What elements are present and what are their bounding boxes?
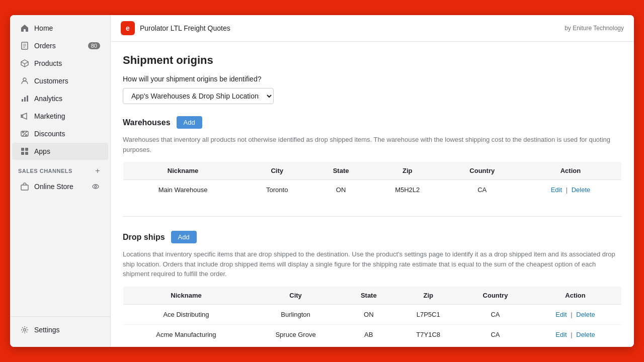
col-zip: Zip (370, 162, 445, 180)
sidebar-item-apps[interactable]: Apps (12, 143, 108, 160)
home-icon (20, 24, 29, 33)
dropship-zip: L7P5C1 (395, 304, 461, 324)
svg-point-13 (26, 135, 27, 136)
warehouses-table: Nickname City State Zip Country Action M… (123, 161, 622, 200)
table-row: Acme Manufacturing Spruce Grove AB T7Y1C… (123, 324, 622, 344)
dropship-state: AB (342, 324, 395, 344)
sidebar-item-discounts[interactable]: Discounts (12, 125, 108, 142)
dropship-edit-link[interactable]: Edit (555, 311, 567, 318)
svg-line-14 (22, 131, 27, 136)
marketing-icon (20, 112, 29, 121)
visibility-button[interactable] (91, 182, 100, 191)
sidebar-item-customers[interactable]: Customers (12, 72, 108, 89)
sales-channels-section: SALES CHANNELS + (10, 160, 110, 177)
apps-icon (20, 147, 29, 156)
col-country: Country (445, 162, 520, 180)
discounts-icon (20, 129, 29, 138)
sidebar-item-marketing-label: Marketing (34, 112, 65, 120)
app-header: e Purolator LTL Freight Quotes by Enitur… (111, 15, 634, 42)
sales-channels-label: SALES CHANNELS (18, 168, 72, 174)
dropship-country: CA (461, 304, 529, 324)
dropship-action: Edit | Delete (529, 304, 621, 324)
col-city: City (243, 162, 311, 180)
dropships-title: Drop ships (123, 233, 165, 242)
col-state: State (311, 162, 370, 180)
add-sales-channel-button[interactable]: + (93, 166, 102, 175)
warehouses-table-header: Nickname City State Zip Country Action (123, 162, 622, 180)
svg-point-22 (95, 186, 97, 188)
svg-rect-8 (22, 99, 23, 102)
dropship-state: ON (342, 304, 395, 324)
add-warehouse-button[interactable]: Add (177, 116, 202, 129)
action-separator: | (571, 311, 574, 318)
sidebar-item-marketing[interactable]: Marketing (12, 108, 108, 125)
svg-rect-10 (27, 96, 28, 102)
action-separator: | (571, 331, 574, 338)
sidebar-item-home-label: Home (34, 24, 53, 32)
shipment-origin-dropdown[interactable]: App's Warehouses & Drop Ship Locations S… (123, 88, 274, 104)
sidebar: Home Orders 80 Products Customers (10, 15, 111, 347)
svg-rect-20 (21, 185, 28, 190)
app-by-text: by Eniture Technology (565, 25, 624, 32)
warehouse-state: ON (311, 180, 370, 200)
dropship-city: Spruce Grove (249, 324, 342, 344)
ds-col-action: Action (529, 286, 621, 304)
svg-point-7 (23, 78, 26, 81)
sidebar-item-products-label: Products (34, 59, 62, 67)
svg-rect-16 (21, 148, 24, 151)
analytics-icon (20, 94, 29, 103)
warehouse-action: Edit | Delete (520, 180, 622, 200)
warehouses-description: Warehouses that inventory all products n… (123, 135, 622, 154)
store-icon (20, 182, 29, 191)
sidebar-item-customers-label: Customers (34, 77, 68, 85)
svg-point-23 (24, 329, 26, 331)
dropships-header: Drop ships Add (123, 231, 622, 243)
sidebar-item-products[interactable]: Products (12, 55, 108, 72)
dropships-table-header: Nickname City State Zip Country Action (123, 286, 622, 304)
dropship-city: Burlington (249, 304, 342, 324)
sidebar-item-online-store[interactable]: Online Store (12, 178, 108, 195)
warehouses-header: Warehouses Add (123, 116, 622, 129)
ds-col-country: Country (461, 286, 529, 304)
sidebar-item-orders[interactable]: Orders 80 (12, 37, 108, 54)
warehouse-edit-link[interactable]: Edit (551, 186, 562, 194)
products-icon (20, 59, 29, 68)
dropship-delete-link[interactable]: Delete (576, 311, 595, 318)
table-row: Main Warehouse Toronto ON M5H2L2 CA Edit… (123, 180, 622, 200)
warehouse-country: CA (445, 180, 520, 200)
sidebar-item-orders-label: Orders (34, 42, 56, 50)
warehouse-delete-link[interactable]: Delete (572, 186, 591, 194)
warehouses-title: Warehouses (123, 118, 171, 127)
dropships-table: Nickname City State Zip Country Action A… (123, 286, 622, 345)
dropship-zip: T7Y1C8 (395, 324, 461, 344)
col-nickname: Nickname (123, 162, 243, 180)
svg-line-5 (21, 62, 25, 64)
page-title: Shipment origins (123, 54, 622, 67)
svg-line-6 (25, 62, 28, 64)
dropship-edit-link[interactable]: Edit (555, 331, 567, 338)
dropship-nickname: Acme Manufacturing (123, 324, 249, 344)
sidebar-item-apps-label: Apps (34, 147, 50, 155)
sidebar-item-settings[interactable]: Settings (12, 321, 108, 338)
shipment-origin-question: How will your shipment origins be identi… (123, 75, 622, 83)
svg-rect-19 (25, 152, 28, 155)
warehouse-city: Toronto (243, 180, 311, 200)
svg-point-12 (23, 132, 24, 133)
svg-point-21 (93, 185, 99, 189)
online-store-label: Online Store (34, 183, 86, 191)
ds-col-zip: Zip (395, 286, 461, 304)
add-dropship-button[interactable]: Add (171, 231, 197, 243)
col-action: Action (520, 162, 622, 180)
sidebar-item-discounts-label: Discounts (34, 130, 65, 138)
ds-col-state: State (342, 286, 395, 304)
sidebar-footer: Settings (10, 316, 110, 347)
dropship-delete-link[interactable]: Delete (576, 331, 595, 338)
ds-col-nickname: Nickname (123, 286, 249, 304)
svg-rect-9 (24, 97, 26, 102)
sidebar-item-analytics[interactable]: Analytics (12, 90, 108, 107)
app-title: Purolator LTL Freight Quotes (140, 24, 230, 32)
main-content: e Purolator LTL Freight Quotes by Enitur… (111, 15, 634, 347)
svg-rect-17 (25, 148, 28, 151)
settings-label: Settings (34, 326, 60, 334)
sidebar-item-home[interactable]: Home (12, 20, 108, 37)
